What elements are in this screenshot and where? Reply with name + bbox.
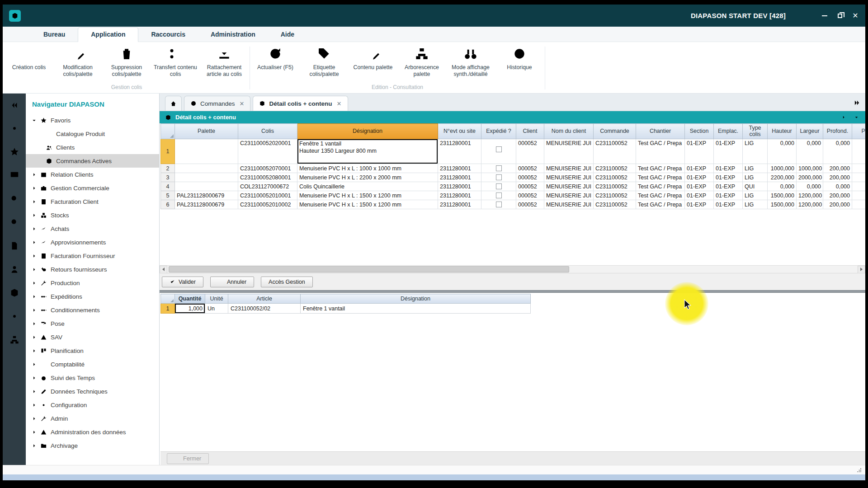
column-header-type-colis[interactable]: Type colis	[743, 124, 768, 139]
tab-home[interactable]	[165, 96, 182, 111]
cell-colis[interactable]: C231100052010002	[238, 200, 297, 209]
checkbox-expedie[interactable]	[496, 165, 502, 171]
sidebar-item-pose[interactable]: Pose	[26, 317, 159, 330]
column-header-article[interactable]: Article	[228, 294, 301, 304]
cell-nevt[interactable]: 2311280001	[438, 139, 481, 164]
chevron-right-icon[interactable]	[31, 389, 37, 394]
system-settings-gear-icon[interactable]	[9, 311, 19, 321]
chevron-right-icon[interactable]	[31, 348, 37, 353]
valider-button[interactable]: Valider	[162, 277, 203, 287]
row-number[interactable]: 6	[161, 200, 175, 209]
checkbox-expedie[interactable]	[496, 202, 502, 207]
tab-detail-colis-contenu[interactable]: Détail colis + contenu ✕	[253, 96, 348, 111]
restore-button[interactable]	[836, 12, 844, 19]
cell-hauteur[interactable]: 1500,000	[768, 191, 797, 200]
close-tab-icon[interactable]: ✕	[240, 100, 245, 107]
cell-palette[interactable]: PAL231128000679	[175, 200, 238, 209]
row-number[interactable]: 1	[161, 139, 175, 164]
chevron-right-icon[interactable]	[31, 281, 37, 286]
chevron-right-icon[interactable]	[31, 375, 37, 380]
cell-chantier[interactable]: Test GAC / Prepa	[636, 182, 685, 191]
cell-client[interactable]: 000052	[516, 200, 544, 209]
fermer-button[interactable]: Fermer	[167, 453, 209, 464]
cell-largeur[interactable]: 1200,000	[797, 191, 823, 200]
sidebar-item-configuration[interactable]: Configuration	[26, 398, 159, 412]
column-header-designation[interactable]: Désignation	[297, 124, 438, 139]
row-number[interactable]: 4	[161, 182, 175, 191]
cell-commande[interactable]: C231100052	[594, 164, 636, 173]
ribbon-item-contenu-palette[interactable]: Contenu palette	[349, 47, 397, 71]
column-header-designation[interactable]: Désignation	[301, 294, 531, 304]
go-to-end-icon[interactable]	[840, 114, 847, 121]
cell-chantier[interactable]: Test GAC / Prepa	[636, 164, 685, 173]
chevron-right-icon[interactable]	[31, 186, 37, 191]
column-header-emplac[interactable]: Emplac.	[714, 124, 743, 139]
cell-section[interactable]: 01-EXP	[685, 191, 714, 200]
organization-tree-icon[interactable]	[9, 335, 19, 345]
cell-largeur[interactable]: 0,000	[797, 182, 823, 191]
close-tab-icon[interactable]: ✕	[337, 100, 342, 107]
cell-client[interactable]: 000052	[516, 164, 544, 173]
chevron-right-icon[interactable]	[31, 335, 37, 340]
checkbox-expedie[interactable]	[496, 146, 502, 152]
chevron-right-icon[interactable]	[31, 443, 37, 448]
cell-designation[interactable]: Menuiserie PVC H x L : 1500 x 1200 mm	[297, 191, 438, 200]
checkbox-expedie[interactable]	[496, 183, 502, 189]
checkbox-expedie[interactable]	[496, 192, 502, 198]
column-header-hauteur[interactable]: Hauteur	[768, 124, 797, 139]
column-header-expedie[interactable]: Expédié ?	[481, 124, 516, 139]
cell-poids[interactable]: 0,	[852, 191, 866, 200]
advanced-search-icon[interactable]	[9, 217, 19, 227]
ribbon-item-transfert-contenu[interactable]: Transfert contenu colis	[151, 47, 200, 77]
cell-profond[interactable]: 200,000	[823, 200, 852, 209]
cell-nevt[interactable]: 2311280001	[438, 191, 481, 200]
cell-section[interactable]: 01-EXP	[685, 182, 714, 191]
chevron-down-icon[interactable]	[31, 118, 37, 123]
sidebar-item-suivi-des-temps[interactable]: Suivi des Temps	[26, 371, 159, 385]
cell-nevt[interactable]: 2311280001	[438, 173, 481, 182]
cell-poids[interactable]: 0,	[852, 139, 866, 164]
cell-hauteur[interactable]: 0,000	[768, 182, 797, 191]
sidebar-item-facturation-fournisseur[interactable]: Facturation Fournisseur	[26, 249, 159, 263]
cell-profond[interactable]: 0,000	[823, 182, 852, 191]
column-header-commande[interactable]: Commande	[594, 124, 636, 139]
cell-expedie[interactable]	[481, 191, 516, 200]
cell-section[interactable]: 01-EXP	[685, 139, 714, 164]
chevron-right-icon[interactable]	[31, 308, 37, 313]
column-header-largeur[interactable]: Largeur	[797, 124, 823, 139]
cell-emplac[interactable]: 01-EXP	[714, 182, 743, 191]
chevron-right-icon[interactable]	[31, 226, 37, 231]
cell-colis[interactable]: C231100052080001	[238, 173, 297, 182]
cell-expedie[interactable]	[481, 164, 516, 173]
cell-colis[interactable]: COL231127000672	[238, 182, 297, 191]
cell-type-colis[interactable]: LIG	[743, 164, 768, 173]
menu-tab-raccourcis[interactable]: Raccourcis	[138, 28, 198, 42]
horizontal-scrollbar[interactable]	[160, 265, 865, 273]
column-header-client[interactable]: Client	[516, 124, 544, 139]
ribbon-item-actualiser[interactable]: Actualiser (F5)	[251, 47, 300, 71]
cell-emplac[interactable]: 01-EXP	[714, 200, 743, 209]
sidebar-item-gestion-commerciale[interactable]: Gestion Commerciale	[26, 181, 159, 195]
cell-nom-client[interactable]: MENUISERIE JUI	[544, 182, 594, 191]
chevron-right-icon[interactable]	[31, 253, 37, 258]
cell-commande[interactable]: C231100052	[594, 191, 636, 200]
cell-expedie[interactable]	[481, 182, 516, 191]
resize-grip-icon[interactable]	[855, 466, 863, 474]
cell-colis[interactable]: C231100052070001	[238, 164, 297, 173]
sidebar-item-sav[interactable]: SAV	[26, 330, 159, 344]
chevron-right-icon[interactable]	[31, 294, 37, 299]
ribbon-item-historique[interactable]: Historique	[495, 47, 544, 71]
chevron-right-icon[interactable]	[31, 403, 37, 408]
column-header-colis[interactable]: Colis	[238, 124, 297, 139]
cell-largeur[interactable]: 1000,000	[797, 164, 823, 173]
cell-client[interactable]: 000052	[516, 182, 544, 191]
ribbon-item-modification-colis[interactable]: Modification colis/palette	[53, 47, 102, 77]
cell-chantier[interactable]: Test GAC / Prepa	[636, 200, 685, 209]
cell-emplac[interactable]: 01-EXP	[714, 191, 743, 200]
chevron-right-icon[interactable]	[31, 321, 37, 326]
cell-profond[interactable]: 0,000	[823, 139, 852, 164]
sidebar-item-stocks[interactable]: Stocks	[26, 208, 159, 222]
ribbon-item-creation-colis[interactable]: Création colis	[5, 47, 53, 71]
ribbon-item-suppression-colis[interactable]: Suppression colis/palette	[102, 47, 151, 77]
cell-poids[interactable]: 4,	[852, 164, 866, 173]
